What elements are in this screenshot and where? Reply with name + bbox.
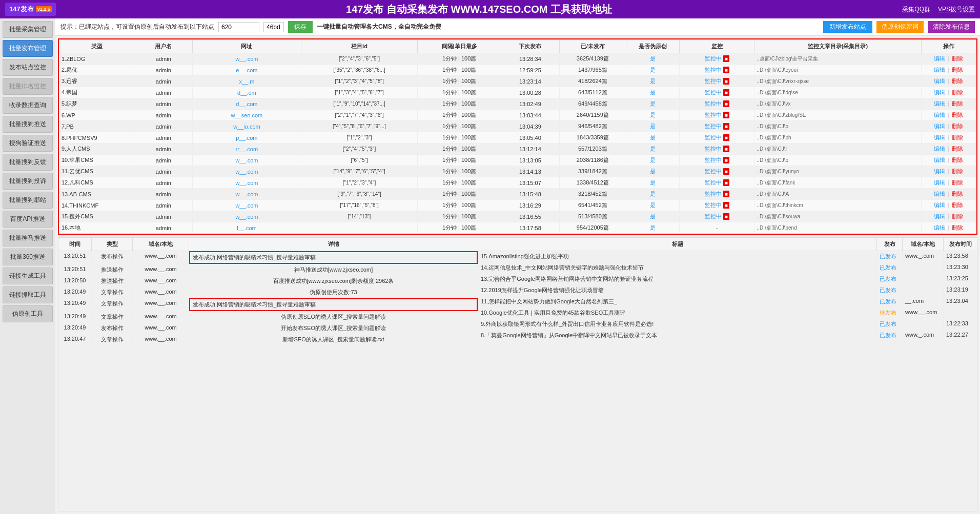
del-link[interactable]: 删除 [952, 112, 963, 118]
monitor-stop-btn[interactable]: ■ [723, 213, 729, 220]
save-button[interactable]: 保存 [288, 21, 313, 33]
del-link[interactable]: 删除 [952, 89, 963, 95]
monitor-stop-btn[interactable]: ■ [723, 112, 729, 118]
monitor-link[interactable]: 监控中 [705, 156, 722, 164]
td-url[interactable]: w__.com [193, 166, 301, 177]
sidebar-item-sougou-push[interactable]: 批量搜狗推送 [3, 116, 53, 133]
edit-link[interactable]: 编辑 [934, 78, 945, 84]
del-link[interactable]: 删除 [952, 134, 963, 140]
token-input[interactable] [218, 22, 259, 32]
del-link[interactable]: 删除 [952, 67, 963, 73]
monitor-stop-btn[interactable]: ■ [723, 78, 729, 85]
td-url[interactable]: d__.om [193, 87, 301, 98]
edit-link[interactable]: 编辑 [934, 168, 945, 174]
new-site-button[interactable]: 新增发布站点 [823, 21, 872, 33]
edit-link[interactable]: 编辑 [934, 67, 945, 73]
monitor-link[interactable]: 监控中 [705, 89, 722, 96]
td-url[interactable]: x__.m [193, 76, 301, 87]
edit-link[interactable]: 编辑 [934, 224, 945, 231]
monitor-stop-btn[interactable]: ■ [723, 179, 729, 186]
edit-link[interactable]: 编辑 [934, 100, 945, 107]
sidebar-item-publish[interactable]: 批量发布管理 [3, 40, 53, 57]
monitor-stop-btn[interactable]: ■ [723, 123, 729, 130]
token-suffix-input[interactable] [263, 22, 284, 32]
td-url[interactable]: e__.com [193, 65, 301, 76]
vps-setting-link[interactable]: VPS拨号设置 [938, 5, 975, 14]
del-link[interactable]: 删除 [952, 213, 963, 219]
edit-link[interactable]: 编辑 [934, 179, 945, 186]
monitor-stop-btn[interactable]: ■ [723, 100, 729, 107]
monitor-link[interactable]: 监控中 [705, 213, 722, 220]
monitor-link[interactable]: 监控中 [705, 100, 722, 108]
td-url[interactable]: w__.com [193, 200, 301, 211]
monitor-stop-btn[interactable]: ■ [723, 67, 729, 73]
monitor-link[interactable]: 监控中 [705, 179, 722, 187]
sidebar-item-sougou-complaint[interactable]: 批量搜狗投诉 [3, 173, 53, 190]
edit-link[interactable]: 编辑 [934, 134, 945, 140]
sidebar-item-shenma-push[interactable]: 批量神马推送 [3, 230, 53, 246]
del-link[interactable]: 删除 [952, 224, 963, 231]
edit-link[interactable]: 编辑 [934, 146, 945, 152]
monitor-stop-btn[interactable]: ■ [723, 191, 729, 197]
edit-link[interactable]: 编辑 [934, 123, 945, 129]
td-url[interactable]: w__seo.com [193, 110, 301, 121]
edit-link[interactable]: 编辑 [934, 157, 945, 163]
sidebar-item-baidu-api[interactable]: 百度API推送 [3, 211, 53, 228]
del-link[interactable]: 删除 [952, 202, 963, 208]
monitor-link[interactable]: 监控中 [705, 201, 722, 209]
monitor-stop-btn[interactable]: ■ [723, 202, 729, 209]
qq-group-link[interactable]: 采集QQ群 [902, 5, 930, 14]
monitor-link[interactable]: 监控中 [705, 168, 722, 175]
edit-link[interactable]: 编辑 [934, 191, 945, 197]
pseudo-word-button[interactable]: 伪原创保留词 [876, 21, 924, 33]
sidebar-item-inclusion[interactable]: 收录数据查询 [3, 97, 53, 114]
td-url[interactable]: p__.com [193, 132, 301, 143]
td-url[interactable]: w__io.com [193, 121, 301, 132]
monitor-stop-btn[interactable]: ■ [723, 89, 729, 96]
edit-link[interactable]: 编辑 [934, 55, 945, 61]
monitor-link[interactable]: 监控中 [705, 145, 722, 153]
sidebar-item-sougou-feedback[interactable]: 批量搜狗反馈 [3, 154, 53, 171]
sidebar-item-link-extract[interactable]: 链接抓取工具 [3, 286, 53, 303]
monitor-link[interactable]: 监控中 [705, 55, 722, 63]
del-link[interactable]: 删除 [952, 157, 963, 163]
monitor-link[interactable]: 监控中 [705, 122, 722, 130]
monitor-link[interactable]: 监控中 [705, 77, 722, 85]
del-link[interactable]: 删除 [952, 146, 963, 152]
monitor-link[interactable]: 监控中 [705, 111, 722, 119]
sidebar-item-link-gen[interactable]: 链接生成工具 [3, 268, 53, 284]
del-link[interactable]: 删除 [952, 191, 963, 197]
monitor-stop-btn[interactable]: ■ [723, 146, 729, 152]
del-link[interactable]: 删除 [952, 168, 963, 174]
td-url[interactable]: w__.com [193, 155, 301, 166]
sidebar-item-collect[interactable]: 批量采集管理 [3, 21, 53, 38]
td-url[interactable]: w__.com [193, 53, 301, 65]
td-url[interactable]: w__.com [193, 189, 301, 200]
clear-info-button[interactable]: 清除发布信息 [928, 21, 975, 33]
sidebar-item-360-push[interactable]: 批量360推送 [3, 249, 53, 265]
del-link[interactable]: 删除 [952, 179, 963, 186]
edit-link[interactable]: 编辑 [934, 112, 945, 118]
monitor-stop-btn[interactable]: ■ [723, 168, 729, 175]
monitor-stop-btn[interactable]: ■ [723, 157, 729, 163]
del-link[interactable]: 删除 [952, 100, 963, 107]
del-link[interactable]: 删除 [952, 55, 963, 61]
monitor-link[interactable]: 监控中 [705, 134, 722, 141]
edit-link[interactable]: 编辑 [934, 202, 945, 208]
del-link[interactable]: 删除 [952, 123, 963, 129]
td-url[interactable]: w__.com [193, 211, 301, 222]
monitor-link[interactable]: 监控中 [705, 66, 722, 74]
td-url[interactable]: w__.com [193, 177, 301, 189]
del-link[interactable]: 删除 [952, 78, 963, 84]
sidebar-item-pseudo[interactable]: 伪原创工具 [3, 305, 53, 322]
monitor-stop-btn[interactable]: ■ [723, 134, 729, 141]
td-url[interactable]: rr__.com [193, 143, 301, 155]
sidebar-item-sougou-verify[interactable]: 搜狗验证推送 [3, 135, 53, 152]
monitor-stop-btn[interactable]: ■ [723, 55, 729, 62]
edit-link[interactable]: 编辑 [934, 213, 945, 219]
monitor-link[interactable]: 监控中 [705, 190, 722, 198]
sidebar-item-sougou-site[interactable]: 批量搜狗郡站 [3, 192, 53, 209]
td-url[interactable]: d__.com [193, 98, 301, 110]
edit-link[interactable]: 编辑 [934, 89, 945, 95]
sidebar-item-site-monitor[interactable]: 发布站点监控 [3, 59, 53, 76]
